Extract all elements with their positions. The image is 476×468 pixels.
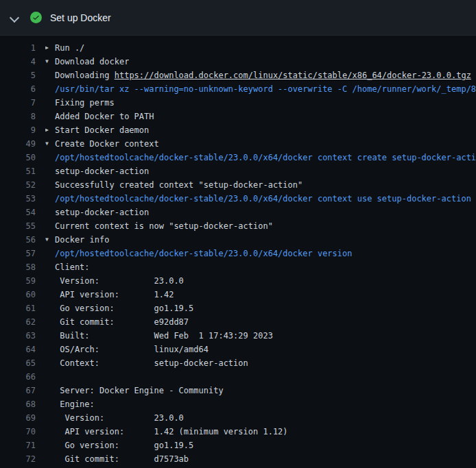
line-number[interactable]: 52 [0, 180, 36, 190]
line-number[interactable]: 58 [0, 262, 36, 272]
line-number[interactable]: 49 [0, 139, 36, 149]
log-line: 59 Version: 23.0.0 [0, 274, 476, 288]
log-text: Version: 23.0.0 [55, 413, 184, 423]
log-text: Context: setup-docker-action [55, 358, 248, 368]
log-line: 60 API version: 1.42 [0, 288, 476, 301]
line-number[interactable]: 67 [0, 386, 36, 395]
log-text: Go version: go1.19.5 [55, 441, 193, 450]
line-number[interactable]: 65 [0, 358, 36, 368]
group-chevron-down-icon[interactable]: ▼ [45, 55, 55, 69]
line-content: Context: setup-docker-action [45, 358, 248, 368]
line-number[interactable]: 54 [0, 208, 36, 217]
line-number[interactable]: 64 [0, 345, 36, 354]
line-content: Downloading https://download.docker.com/… [45, 71, 471, 80]
log-line: 7Fixing perms [0, 96, 476, 110]
log-group-row[interactable]: 56▼Docker info [0, 233, 476, 247]
line-number[interactable]: 4 [0, 57, 36, 66]
success-check-icon [30, 12, 42, 23]
line-number[interactable]: 9 [0, 125, 36, 135]
line-number[interactable]: 8 [0, 112, 36, 121]
line-content: Version: 23.0.0 [45, 413, 184, 423]
line-content: Built: Wed Feb 1 17:43:29 2023 [45, 331, 273, 341]
group-chevron-down-icon[interactable]: ▼ [45, 233, 55, 247]
line-number[interactable]: 72 [0, 454, 36, 464]
line-content: Git commit: d7573ab [45, 454, 189, 464]
line-number[interactable]: 7 [0, 98, 36, 108]
group-title-text: Run ./ [55, 43, 84, 53]
log-text: Version: 23.0.0 [55, 276, 184, 286]
line-content: /usr/bin/tar xz --warning=no-unknown-key… [45, 84, 476, 94]
log-text: Added Docker to PATH [55, 112, 154, 121]
log-text: Git commit: e92dd87 [55, 317, 189, 327]
log-line: 55Current context is now "setup-docker-a… [0, 219, 476, 233]
log-lines: 1▶Run ./4▼Download docker5Downloading ht… [0, 41, 476, 466]
line-content: setup-docker-action [45, 167, 149, 176]
log-text: Downloading https://download.docker.com/… [55, 71, 471, 80]
line-number[interactable]: 68 [0, 399, 36, 409]
line-number[interactable]: 61 [0, 304, 36, 313]
line-number[interactable]: 5 [0, 71, 36, 80]
line-number[interactable]: 1 [0, 43, 36, 53]
log-text: Built: Wed Feb 1 17:43:29 2023 [55, 331, 273, 341]
log-line: 57/opt/hostedtoolcache/docker-stable/23.… [0, 247, 476, 260]
log-line: 66 [0, 370, 476, 384]
chevron-down-icon[interactable] [11, 14, 18, 21]
line-content: Go version: go1.19.5 [45, 304, 193, 313]
line-content: ▼Download docker [45, 55, 129, 69]
log-text: Git commit: d7573ab [55, 454, 189, 464]
group-chevron-right-icon[interactable]: ▶ [45, 41, 55, 55]
log-line: 62 Git commit: e92dd87 [0, 315, 476, 329]
step-title: Set up Docker [50, 12, 111, 23]
line-content: API version: 1.42 [45, 290, 174, 299]
log-text: Go version: go1.19.5 [55, 304, 193, 313]
group-chevron-right-icon[interactable]: ▶ [45, 123, 55, 137]
log-text: Fixing perms [55, 98, 115, 108]
line-number[interactable]: 59 [0, 276, 36, 286]
log-line: 65 Context: setup-docker-action [0, 356, 476, 370]
line-content: ▶Start Docker daemon [45, 123, 149, 137]
line-number[interactable]: 55 [0, 221, 36, 231]
log-url-link[interactable]: https://download.docker.com/linux/static… [115, 71, 471, 80]
log-area: 1▶Run ./4▼Download docker5Downloading ht… [0, 36, 476, 468]
line-number[interactable]: 63 [0, 331, 36, 341]
line-number[interactable]: 50 [0, 153, 36, 162]
log-line: 6/usr/bin/tar xz --warning=no-unknown-ke… [0, 82, 476, 96]
line-content: ▼Docker info [45, 233, 109, 247]
line-content: /opt/hostedtoolcache/docker-stable/23.0.… [45, 249, 352, 258]
log-text: setup-docker-action [55, 167, 149, 176]
line-content: Successfully created context "setup-dock… [45, 180, 302, 190]
step-header[interactable]: Set up Docker [0, 0, 476, 36]
line-number[interactable]: 6 [0, 84, 36, 94]
line-content: Version: 23.0.0 [45, 276, 184, 286]
log-group-row[interactable]: 1▶Run ./ [0, 41, 476, 55]
log-text: OS/Arch: linux/amd64 [55, 345, 209, 354]
line-number[interactable]: 71 [0, 441, 36, 450]
line-number[interactable]: 62 [0, 317, 36, 327]
line-number[interactable]: 69 [0, 413, 36, 423]
log-group-row[interactable]: 9▶Start Docker daemon [0, 123, 476, 137]
log-group-row[interactable]: 4▼Download docker [0, 55, 476, 69]
log-line: 63 Built: Wed Feb 1 17:43:29 2023 [0, 329, 476, 343]
line-number[interactable]: 57 [0, 249, 36, 258]
log-line: 5Downloading https://download.docker.com… [0, 69, 476, 82]
line-content: /opt/hostedtoolcache/docker-stable/23.0.… [45, 194, 471, 204]
log-command-text: /usr/bin/tar xz --warning=no-unknown-key… [55, 84, 476, 94]
line-number[interactable]: 51 [0, 167, 36, 176]
line-content: API version: 1.42 (minimum version 1.12) [45, 427, 288, 436]
line-content: ▼Create Docker context [45, 137, 159, 151]
log-text: Client: [55, 262, 90, 272]
group-chevron-down-icon[interactable]: ▼ [45, 137, 55, 151]
line-content: Go version: go1.19.5 [45, 441, 193, 450]
line-number[interactable]: 66 [0, 372, 36, 382]
log-line: 71 Go version: go1.19.5 [0, 439, 476, 452]
log-text: setup-docker-action [55, 208, 149, 217]
log-group-row[interactable]: 49▼Create Docker context [0, 137, 476, 151]
line-number[interactable]: 56 [0, 235, 36, 245]
log-text: Engine: [55, 399, 95, 409]
log-line: 50/opt/hostedtoolcache/docker-stable/23.… [0, 151, 476, 164]
line-number[interactable]: 60 [0, 290, 36, 299]
line-number[interactable]: 70 [0, 427, 36, 436]
log-text: Successfully created context "setup-dock… [55, 180, 302, 190]
line-number[interactable]: 53 [0, 194, 36, 204]
line-content: /opt/hostedtoolcache/docker-stable/23.0.… [45, 153, 476, 162]
